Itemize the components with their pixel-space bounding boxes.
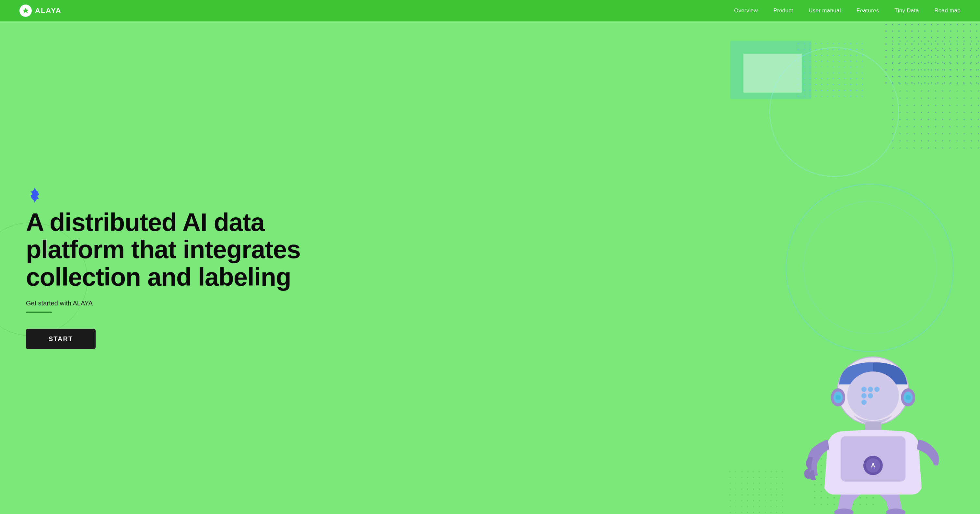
nav-item-product[interactable]: Product <box>773 8 793 14</box>
logo-text: ALAYA <box>35 6 62 15</box>
svg-point-7 <box>868 393 873 398</box>
nav-item-overview[interactable]: Overview <box>734 8 758 14</box>
svg-point-4 <box>868 387 873 392</box>
svg-point-0 <box>24 10 27 12</box>
nav-item-user-manual[interactable]: User manual <box>808 8 841 14</box>
hero-section: A distributed AI data platform that inte… <box>0 21 980 514</box>
hero-content: A distributed AI data platform that inte… <box>26 186 301 349</box>
logo-icon <box>19 5 32 17</box>
hero-title: A distributed AI data platform that inte… <box>26 209 301 290</box>
nav-item-road-map[interactable]: Road map <box>934 8 961 14</box>
hero-underline-decoration <box>26 312 52 313</box>
robot-illustration: A <box>776 326 970 514</box>
svg-text:A: A <box>871 462 875 469</box>
hero-subtitle: Get started with ALAYA <box>26 300 301 307</box>
svg-point-11 <box>835 395 841 400</box>
nav-link-overview[interactable]: Overview <box>734 8 758 14</box>
svg-point-14 <box>905 395 911 400</box>
svg-point-3 <box>861 387 867 392</box>
hero-star-icon <box>26 186 44 205</box>
svg-point-8 <box>861 400 867 405</box>
nav-link-tiny-data[interactable]: Tiny Data <box>894 8 919 14</box>
nav-link-user-manual[interactable]: User manual <box>808 8 841 14</box>
nav-link-features[interactable]: Features <box>856 8 879 14</box>
svg-point-5 <box>874 387 880 392</box>
nav-link-product[interactable]: Product <box>773 8 793 14</box>
nav-item-tiny-data[interactable]: Tiny Data <box>894 8 919 14</box>
start-button[interactable]: START <box>26 329 95 349</box>
nav-link-road-map[interactable]: Road map <box>934 8 961 14</box>
navbar: ALAYA Overview Product User manual Featu… <box>0 0 980 21</box>
dot-grid-mid-right <box>889 38 980 151</box>
circle-arc-decoration <box>769 47 899 177</box>
nav-item-features[interactable]: Features <box>856 8 879 14</box>
logo[interactable]: ALAYA <box>19 5 62 17</box>
nav-menu: Overview Product User manual Features Ti… <box>734 8 961 14</box>
svg-point-6 <box>861 393 867 398</box>
